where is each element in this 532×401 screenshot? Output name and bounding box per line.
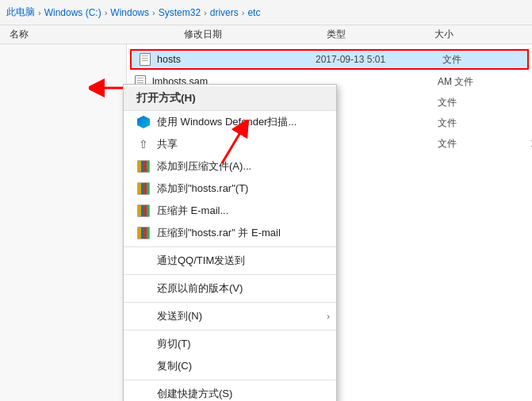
ctx-item-add-compress[interactable]: 添加到压缩文件(A)... <box>124 155 336 178</box>
shortcut-icon <box>136 387 151 401</box>
col-header-size[interactable]: 大小 <box>403 28 466 41</box>
wd-icon <box>136 115 151 129</box>
file-type-networks: 文件 <box>438 96 517 109</box>
ctx-label-cut: 剪切(T) <box>157 337 191 351</box>
file-name-hosts: hosts <box>157 54 316 65</box>
ctx-label-copy: 复制(C) <box>157 359 192 373</box>
ctx-label-send-qq: 通过QQ/TIM发送到 <box>157 254 245 268</box>
breadcrumb-drivers[interactable]: drivers <box>210 7 239 18</box>
file-type-services: 文件 <box>438 137 517 151</box>
ctx-item-cut[interactable]: 剪切(T) <box>124 333 336 355</box>
cut-icon <box>136 337 151 351</box>
file-type-protocol: 文件 <box>438 116 517 130</box>
col-header-type[interactable]: 类型 <box>323 28 403 41</box>
breadcrumb-etc[interactable]: etc <box>247 7 260 18</box>
ctx-label-add-hosts-rar: 添加到"hosts.rar"(T) <box>157 181 248 196</box>
column-headers: 名称 修改日期 类型 大小 <box>0 25 532 44</box>
ctx-item-send-to[interactable]: 发送到(N) › <box>124 305 336 327</box>
ctx-item-share[interactable]: ⇧ 共享 <box>124 133 336 155</box>
file-date-hosts: 2017-09-13 5:01 <box>316 54 442 65</box>
rar-icon-4 <box>136 226 151 240</box>
copy-icon <box>136 359 151 373</box>
ctx-sep-4 <box>124 330 336 330</box>
ctx-item-create-shortcut[interactable]: 创建快捷方式(S) <box>124 383 336 401</box>
file-icon-hosts <box>138 52 152 67</box>
sendto-icon <box>136 309 151 323</box>
ctx-label-send-to: 发送到(N) <box>157 309 202 323</box>
file-list-area: hosts 2017-09-13 5:01 文件 1 KB lmhosts.sa… <box>0 44 532 401</box>
file-type-hosts: 文件 <box>442 53 522 67</box>
breadcrumb-computer[interactable]: 此电脑 <box>6 6 35 19</box>
breadcrumb-system32[interactable]: System32 <box>159 7 201 18</box>
context-menu: 打开方式(H) 使用 Windows Defender扫描... ⇧ 共享 添加… <box>123 84 337 401</box>
breadcrumb-drive[interactable]: Windows (C:) <box>44 7 101 18</box>
ctx-item-compress-hosts-email[interactable]: 压缩到"hosts.rar" 并 E-mail <box>124 222 336 244</box>
qq-icon <box>136 254 151 268</box>
ctx-label-add-compress: 添加到压缩文件(A)... <box>157 159 251 174</box>
file-type-lmhosts: AM 文件 <box>438 75 517 89</box>
file-size-protocol: 2 KB <box>517 117 532 128</box>
file-size-hosts: 1 KB <box>522 54 532 65</box>
ctx-label-restore-prev: 还原以前的版本(V) <box>157 281 243 296</box>
ctx-item-wd-scan[interactable]: 使用 Windows Defender扫描... <box>124 111 336 133</box>
ctx-label-wd-scan: 使用 Windows Defender扫描... <box>157 115 297 129</box>
breadcrumb-windows[interactable]: Windows <box>110 7 149 18</box>
left-nav <box>0 44 127 401</box>
ctx-label-compress-email: 压缩并 E-mail... <box>157 204 228 218</box>
file-size-networks: 1 KB <box>517 97 532 108</box>
rar-icon-1 <box>136 159 151 174</box>
ctx-label-share: 共享 <box>157 137 178 151</box>
share-icon: ⇧ <box>136 137 151 151</box>
context-menu-header[interactable]: 打开方式(H) <box>124 86 336 111</box>
ctx-item-restore-prev[interactable]: 还原以前的版本(V) <box>124 277 336 300</box>
ctx-item-copy[interactable]: 复制(C) <box>124 355 336 377</box>
file-size-lmhosts: 4 KB <box>517 76 532 87</box>
ctx-item-add-hosts-rar[interactable]: 添加到"hosts.rar"(T) <box>124 178 336 200</box>
ctx-item-compress-email[interactable]: 压缩并 E-mail... <box>124 200 336 222</box>
ctx-sep-2 <box>124 274 336 275</box>
ctx-label-create-shortcut: 创建快捷方式(S) <box>157 387 232 401</box>
ctx-sep-3 <box>124 302 336 303</box>
col-header-name[interactable]: 名称 <box>6 28 181 41</box>
file-size-services: 18 KB <box>517 138 532 149</box>
rar-icon-3 <box>136 204 151 218</box>
ctx-label-compress-hosts-email: 压缩到"hosts.rar" 并 E-mail <box>157 226 281 240</box>
restore-icon <box>136 281 151 296</box>
rar-icon-2 <box>136 181 151 196</box>
chevron-right-icon: › <box>327 311 330 321</box>
col-header-date[interactable]: 修改日期 <box>181 28 323 41</box>
file-row-hosts[interactable]: hosts 2017-09-13 5:01 文件 1 KB <box>130 49 529 70</box>
ctx-item-send-qq[interactable]: 通过QQ/TIM发送到 <box>124 250 336 272</box>
ctx-sep-1 <box>124 246 336 247</box>
explorer-window: 此电脑 › Windows (C:) › Windows › System32 … <box>0 0 532 401</box>
breadcrumb: 此电脑 › Windows (C:) › Windows › System32 … <box>0 0 532 25</box>
ctx-sep-5 <box>124 380 336 380</box>
